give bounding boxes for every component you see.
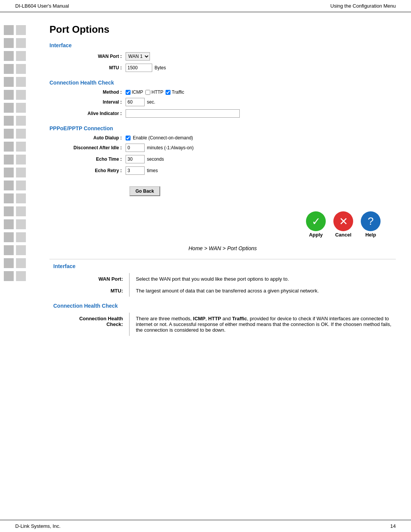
help-section: Interface WAN Port: Select the WAN port … xyxy=(49,263,396,336)
interval-controls: sec. xyxy=(126,98,155,106)
help-wan-port-text: Select the WAN port that you would like … xyxy=(129,273,396,285)
help-icon[interactable]: ? xyxy=(361,211,381,231)
sq xyxy=(4,103,14,113)
cancel-icon[interactable]: ✕ xyxy=(333,211,353,231)
sidebar-row xyxy=(0,166,46,179)
sq xyxy=(4,245,14,255)
auto-dialup-checkbox[interactable] xyxy=(126,136,131,141)
interval-row: Interval : sec. xyxy=(49,98,396,106)
http-checkbox-label[interactable]: HTTP xyxy=(145,89,163,95)
icmp-checkbox[interactable] xyxy=(126,90,131,95)
sq2 xyxy=(16,38,26,48)
sidebar-row xyxy=(0,179,46,192)
sidebar-row xyxy=(0,62,46,75)
icmp-label: ICMP xyxy=(132,89,143,95)
sq xyxy=(4,142,14,152)
traffic-checkbox[interactable] xyxy=(166,90,170,95)
sq xyxy=(4,193,14,203)
interval-unit: sec. xyxy=(147,99,155,105)
go-back-button[interactable]: Go Back xyxy=(129,186,160,196)
http-checkbox[interactable] xyxy=(145,90,150,95)
apply-group: ✓ Apply xyxy=(306,211,326,238)
sq xyxy=(4,38,14,48)
mtu-input[interactable] xyxy=(126,64,152,72)
disconnect-label: Disconnect After Idle : xyxy=(49,145,126,150)
traffic-checkbox-label[interactable]: Traffic xyxy=(166,89,184,95)
divider xyxy=(49,259,396,259)
alive-controls xyxy=(126,109,240,118)
interval-label: Interval : xyxy=(49,99,126,105)
sq2 xyxy=(16,142,26,152)
sidebar-row xyxy=(0,205,46,218)
help-mtu-label: MTU: xyxy=(53,285,129,297)
sidebar-row xyxy=(0,50,46,62)
help-http-bold: HTTP xyxy=(208,316,221,321)
breadcrumb: Home > WAN > Port Options xyxy=(49,245,396,251)
help-traffic-bold: Traffic xyxy=(232,316,247,321)
sq xyxy=(4,206,14,216)
interval-input[interactable] xyxy=(126,98,145,106)
help-mtu-row: MTU: The largest amount of data that can… xyxy=(53,285,396,297)
header-right: Using the Configuration Menu xyxy=(330,3,396,9)
alive-indicator-input[interactable] xyxy=(126,109,240,118)
health-check-section: Connection Health Check Method : ICMP HT… xyxy=(49,80,396,118)
echo-retry-input[interactable] xyxy=(126,166,145,175)
sidebar-row xyxy=(0,101,46,114)
sq2 xyxy=(16,103,26,113)
sq2 xyxy=(16,90,26,100)
wan-port-select[interactable]: WAN 1 WAN 2 xyxy=(126,52,150,61)
sq xyxy=(4,129,14,139)
auto-dialup-text: Enable (Connect-on-demand) xyxy=(133,135,193,141)
interface-heading: Interface xyxy=(49,42,396,48)
sq2 xyxy=(16,219,26,229)
help-mid2: and xyxy=(221,316,232,321)
help-wan-port-row: WAN Port: Select the WAN port that you w… xyxy=(53,273,396,285)
mtu-unit: Bytes xyxy=(155,65,166,70)
help-health-before: There are three methods, xyxy=(136,316,193,321)
wan-port-label: WAN Port : xyxy=(49,54,126,59)
help-mtu-text: The largest amount of data that can be t… xyxy=(129,285,396,297)
sq xyxy=(4,258,14,268)
header-left: DI-LB604 User's Manual xyxy=(15,3,69,9)
sidebar-row xyxy=(0,75,46,88)
footer-right: 14 xyxy=(390,523,396,529)
sq xyxy=(4,116,14,126)
sq xyxy=(4,90,14,100)
help-icmp-bold: ICMP xyxy=(193,316,206,321)
sq2 xyxy=(16,25,26,35)
sq xyxy=(4,155,14,165)
disconnect-row: Disconnect After Idle : minutes (-1:Alwa… xyxy=(49,144,396,152)
echo-retry-controls: times xyxy=(126,166,158,175)
help-health-row: Connection HealthCheck: There are three … xyxy=(53,313,396,336)
sq2 xyxy=(16,155,26,165)
help-interface-table: WAN Port: Select the WAN port that you w… xyxy=(53,273,396,297)
disconnect-input[interactable] xyxy=(126,144,145,152)
sq xyxy=(4,51,14,61)
sidebar-row xyxy=(0,127,46,140)
page-title: Port Options xyxy=(49,24,396,35)
echo-time-row: Echo Time : seconds xyxy=(49,155,396,163)
sq xyxy=(4,25,14,35)
method-controls: ICMP HTTP Traffic xyxy=(126,89,184,95)
apply-icon[interactable]: ✓ xyxy=(306,211,326,231)
icmp-checkbox-label[interactable]: ICMP xyxy=(126,89,143,95)
cancel-group: ✕ Cancel xyxy=(333,211,353,238)
sidebar-row xyxy=(0,231,46,244)
sidebar-row xyxy=(0,88,46,101)
page-header: DI-LB604 User's Manual Using the Configu… xyxy=(0,0,411,12)
sq2 xyxy=(16,116,26,126)
sq2 xyxy=(16,245,26,255)
sidebar-row xyxy=(0,140,46,153)
echo-retry-row: Echo Retry : times xyxy=(49,166,396,175)
sidebar-row xyxy=(0,270,46,283)
disconnect-controls: minutes (-1:Always-on) xyxy=(126,144,194,152)
sq xyxy=(4,271,14,281)
action-buttons-area: ✓ Apply ✕ Cancel ? Help xyxy=(49,204,396,241)
sq2 xyxy=(16,206,26,216)
sq2 xyxy=(16,64,26,74)
sidebar-row xyxy=(0,192,46,205)
help-interface-heading: Interface xyxy=(53,263,396,269)
sq xyxy=(4,64,14,74)
echo-retry-label: Echo Retry : xyxy=(49,168,126,173)
echo-time-input[interactable] xyxy=(126,155,145,163)
